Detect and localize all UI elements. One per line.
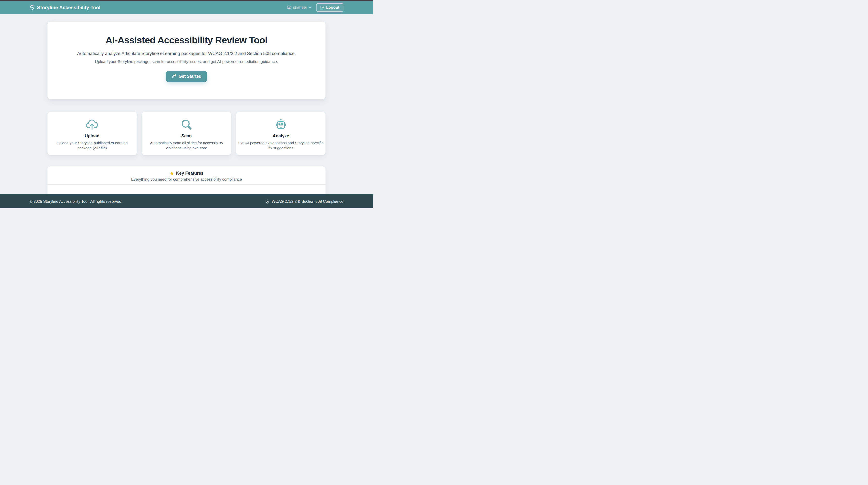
feature-card-description: Automatically scan all slides for access…	[145, 140, 228, 151]
navbar: Storyline Accessibility Tool shaheer	[0, 1, 373, 14]
logout-button[interactable]: Logout	[316, 3, 343, 12]
feature-card-description: Upload your Storyline-published eLearnin…	[54, 140, 130, 151]
feature-cards-row: Upload Upload your Storyline-published e…	[48, 112, 326, 155]
footer-container: © 2025 Storyline Accessibility Tool. All…	[27, 200, 346, 204]
feature-card-title: Analyze	[236, 133, 326, 139]
footer-copyright: © 2025 Storyline Accessibility Tool. All…	[30, 200, 122, 204]
navbar-right: shaheer Logout	[287, 3, 343, 12]
robot-icon	[236, 118, 326, 131]
feature-card-title: Scan	[142, 133, 231, 139]
key-features-card: Key Features Everything you need for com…	[48, 166, 326, 194]
footer-compliance: WCAG 2.1/2.2 & Section 508 Compliance	[265, 200, 343, 204]
get-started-button[interactable]: Get Started	[166, 71, 207, 82]
footer: © 2025 Storyline Accessibility Tool. All…	[0, 194, 373, 208]
main-content: AI-Assisted Accessibility Review Tool Au…	[0, 14, 373, 194]
user-menu-toggle[interactable]: shaheer	[287, 5, 311, 10]
feature-card-analyze: Analyze Get AI-powered explanations and …	[236, 112, 326, 155]
search-icon	[142, 118, 231, 131]
get-started-label: Get Started	[179, 74, 201, 79]
cloud-upload-icon	[48, 118, 137, 131]
navbar-brand[interactable]: Storyline Accessibility Tool	[30, 5, 100, 10]
star-icon	[169, 171, 174, 176]
box-arrow-right-icon	[320, 6, 324, 10]
content-container: AI-Assisted Accessibility Review Tool Au…	[48, 14, 326, 194]
user-name: shaheer	[293, 5, 307, 10]
key-features-header: Key Features Everything you need for com…	[48, 166, 326, 185]
feature-card-description: Get AI-powered explanations and Storylin…	[237, 140, 325, 151]
feature-card-title: Upload	[48, 133, 137, 139]
navbar-container: Storyline Accessibility Tool shaheer	[27, 3, 346, 12]
feature-card-upload: Upload Upload your Storyline-published e…	[48, 112, 137, 155]
page: Storyline Accessibility Tool shaheer	[0, 0, 373, 208]
page-title: AI-Assisted Accessibility Review Tool	[57, 35, 316, 46]
hero-subtitle-2: Upload your Storyline package, scan for …	[57, 59, 316, 64]
shield-check-icon	[265, 200, 270, 204]
rocket-icon	[172, 74, 176, 79]
person-circle-icon	[287, 5, 291, 10]
shield-check-icon	[30, 5, 35, 10]
key-features-title: Key Features	[176, 171, 204, 176]
logout-label: Logout	[326, 5, 339, 10]
hero-card: AI-Assisted Accessibility Review Tool Au…	[48, 22, 326, 99]
key-features-subtitle: Everything you need for comprehensive ac…	[131, 177, 242, 182]
caret-down-icon	[309, 7, 311, 8]
key-features-title-row: Key Features	[169, 171, 204, 176]
feature-card-scan: Scan Automatically scan all slides for a…	[142, 112, 231, 155]
brand-title: Storyline Accessibility Tool	[37, 5, 100, 10]
hero-subtitle-1: Automatically analyze Articulate Storyli…	[57, 51, 316, 56]
footer-compliance-label: WCAG 2.1/2.2 & Section 508 Compliance	[272, 200, 343, 204]
